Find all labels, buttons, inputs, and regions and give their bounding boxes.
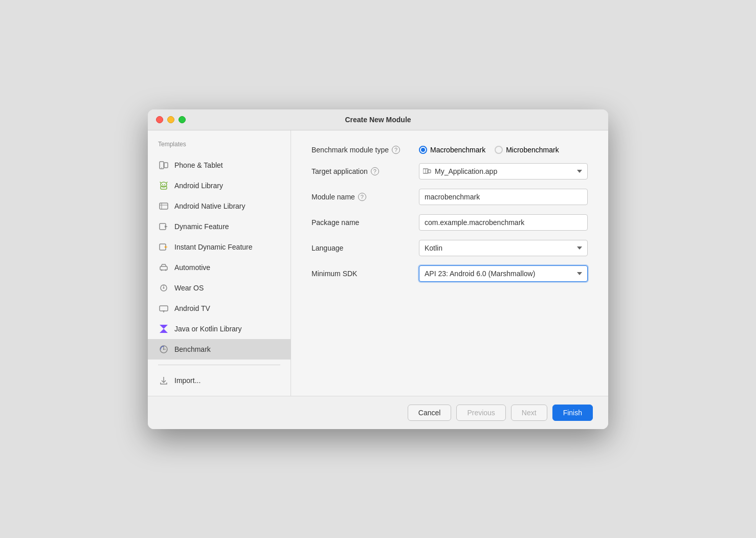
dialog-footer: Cancel Previous Next Finish bbox=[148, 396, 608, 429]
microbenchmark-radio[interactable]: Microbenchmark bbox=[495, 146, 559, 154]
minimize-button[interactable] bbox=[167, 116, 174, 123]
macrobenchmark-radio[interactable]: Macrobenchmark bbox=[419, 146, 485, 154]
svg-line-4 bbox=[160, 182, 161, 183]
android-library-icon bbox=[158, 180, 169, 191]
sidebar-label-instant-dynamic-feature: Instant Dynamic Feature bbox=[174, 243, 253, 251]
sidebar-label-android-library: Android Library bbox=[174, 182, 223, 190]
cancel-button[interactable]: Cancel bbox=[408, 405, 452, 421]
sidebar-item-dynamic-feature[interactable]: Dynamic Feature bbox=[148, 216, 291, 237]
sidebar-header: Templates bbox=[148, 141, 291, 155]
sidebar-item-phone-tablet[interactable]: Phone & Tablet bbox=[148, 155, 291, 175]
benchmark-module-type-label: Benchmark module type ? bbox=[312, 146, 414, 154]
target-app-icon bbox=[423, 168, 431, 174]
sidebar-item-automotive[interactable]: Automotive bbox=[148, 257, 291, 278]
benchmark-module-type-help[interactable]: ? bbox=[392, 146, 400, 154]
svg-marker-15 bbox=[165, 246, 168, 248]
module-name-row: Module name ? bbox=[312, 189, 588, 205]
svg-point-18 bbox=[165, 269, 167, 271]
sidebar-item-import[interactable]: Import... bbox=[148, 370, 291, 391]
import-icon bbox=[158, 375, 169, 386]
next-button[interactable]: Next bbox=[511, 405, 547, 421]
sidebar-label-dynamic-feature: Dynamic Feature bbox=[174, 222, 229, 231]
sidebar-label-android-tv: Android TV bbox=[174, 304, 210, 312]
sidebar-label-java-kotlin-library: Java or Kotlin Library bbox=[174, 325, 242, 333]
svg-line-5 bbox=[166, 182, 167, 183]
sidebar-divider bbox=[158, 365, 280, 365]
target-application-label: Target application ? bbox=[312, 167, 414, 175]
svg-marker-25 bbox=[160, 325, 168, 333]
sidebar-label-import: Import... bbox=[174, 376, 201, 385]
module-name-help[interactable]: ? bbox=[358, 193, 366, 201]
sidebar-item-android-library[interactable]: Android Library bbox=[148, 175, 291, 196]
svg-rect-22 bbox=[160, 306, 168, 311]
wear-os-icon bbox=[158, 282, 169, 294]
target-application-row: Target application ? My_Application.app bbox=[312, 163, 588, 180]
previous-button[interactable]: Previous bbox=[456, 405, 505, 421]
automotive-icon bbox=[158, 262, 169, 273]
sidebar: Templates Phone & Tablet bbox=[148, 130, 291, 396]
maximize-button[interactable] bbox=[179, 116, 186, 123]
svg-point-2 bbox=[161, 167, 162, 168]
benchmark-module-type-radio-group: Macrobenchmark Microbenchmark bbox=[419, 146, 559, 154]
phone-tablet-icon bbox=[158, 160, 169, 171]
minimum-sdk-row: Minimum SDK API 21: Android 5.0 (Lollipo… bbox=[312, 265, 588, 282]
target-application-help[interactable]: ? bbox=[371, 167, 379, 175]
main-panel: Benchmark module type ? Macrobenchmark M… bbox=[291, 130, 608, 396]
sidebar-item-java-kotlin-library[interactable]: Java or Kotlin Library bbox=[148, 319, 291, 339]
svg-rect-1 bbox=[164, 163, 168, 168]
sidebar-item-wear-os[interactable]: Wear OS bbox=[148, 278, 291, 298]
macrobenchmark-radio-circle bbox=[419, 146, 427, 154]
module-name-input[interactable] bbox=[419, 189, 588, 205]
minimum-sdk-label: Minimum SDK bbox=[312, 270, 414, 278]
native-library-icon bbox=[158, 200, 169, 212]
svg-point-27 bbox=[163, 348, 164, 349]
target-application-select[interactable]: My_Application.app bbox=[419, 163, 588, 180]
microbenchmark-radio-circle bbox=[495, 146, 503, 154]
sidebar-label-wear-os: Wear OS bbox=[174, 284, 204, 292]
dialog-content: Templates Phone & Tablet bbox=[148, 130, 608, 396]
sidebar-label-phone-tablet: Phone & Tablet bbox=[174, 161, 223, 169]
svg-marker-13 bbox=[165, 226, 168, 228]
target-application-wrapper: My_Application.app bbox=[419, 163, 588, 180]
android-tv-icon bbox=[158, 303, 169, 314]
minimum-sdk-select[interactable]: API 21: Android 5.0 (Lollipop)API 22: An… bbox=[419, 265, 588, 282]
svg-point-17 bbox=[161, 269, 163, 271]
instant-dynamic-icon bbox=[158, 241, 169, 253]
sidebar-label-android-native-library: Android Native Library bbox=[174, 202, 246, 210]
language-row: Language KotlinJava bbox=[312, 240, 588, 256]
package-name-input[interactable] bbox=[419, 214, 588, 231]
benchmark-module-type-row: Benchmark module type ? Macrobenchmark M… bbox=[312, 146, 588, 154]
kotlin-icon bbox=[158, 323, 169, 334]
module-name-label: Module name ? bbox=[312, 193, 414, 201]
dynamic-feature-icon bbox=[158, 221, 169, 232]
finish-button[interactable]: Finish bbox=[552, 405, 593, 421]
sidebar-item-android-native-library[interactable]: Android Native Library bbox=[148, 196, 291, 216]
close-button[interactable] bbox=[156, 116, 163, 123]
package-name-label: Package name bbox=[312, 218, 414, 227]
traffic-lights bbox=[156, 116, 186, 123]
language-select[interactable]: KotlinJava bbox=[419, 240, 588, 256]
sidebar-label-automotive: Automotive bbox=[174, 263, 210, 272]
sidebar-item-android-tv[interactable]: Android TV bbox=[148, 298, 291, 319]
dialog-title: Create New Module bbox=[345, 116, 411, 124]
title-bar: Create New Module bbox=[148, 109, 608, 130]
sidebar-item-instant-dynamic-feature[interactable]: Instant Dynamic Feature bbox=[148, 237, 291, 257]
svg-point-7 bbox=[164, 184, 165, 185]
create-new-module-dialog: Create New Module Templates Phone & Tabl… bbox=[148, 109, 608, 429]
svg-point-20 bbox=[163, 287, 165, 288]
sidebar-label-benchmark: Benchmark bbox=[174, 345, 211, 353]
svg-point-6 bbox=[162, 184, 163, 185]
sidebar-item-benchmark[interactable]: Benchmark bbox=[148, 339, 291, 360]
benchmark-icon bbox=[158, 344, 169, 355]
svg-rect-9 bbox=[160, 203, 168, 209]
package-name-row: Package name bbox=[312, 214, 588, 231]
language-label: Language bbox=[312, 244, 414, 252]
